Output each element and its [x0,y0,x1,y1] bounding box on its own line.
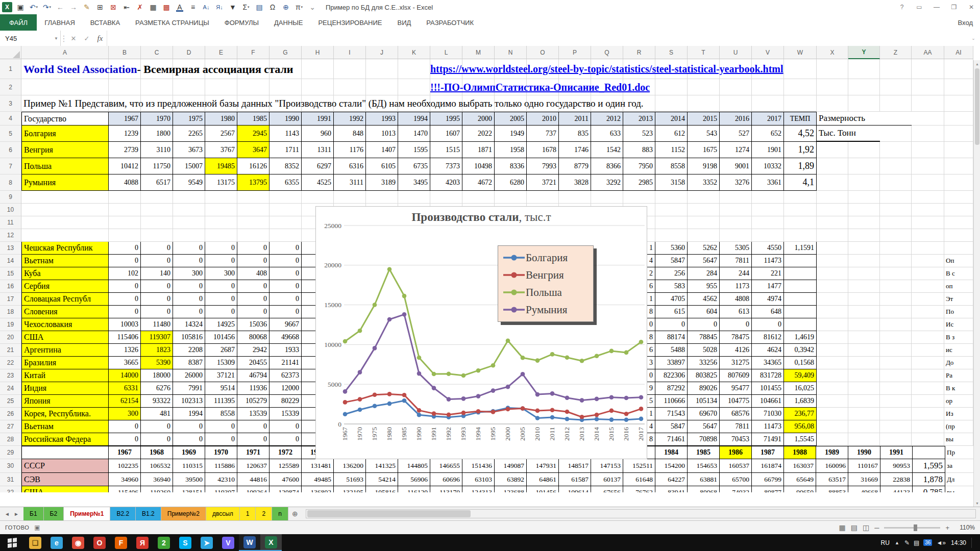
zoom-in-icon[interactable]: + [945,524,949,532]
cell-W2[interactable] [784,79,817,95]
value-cell[interactable]: 10412 [109,158,141,174]
normal-view-icon[interactable]: ▦ [839,523,845,532]
cell[interactable] [848,174,880,191]
cell-T10[interactable] [688,204,720,216]
sheet-tab-В1.2[interactable]: В1.2 [136,507,161,520]
cell-AI4[interactable] [944,112,973,126]
year-header-1991[interactable]: 1991 [302,112,334,126]
value-cell[interactable]: 1823 [141,344,173,357]
cell[interactable] [817,395,848,408]
row-header-7[interactable]: 7 [0,158,21,174]
cell[interactable] [912,267,944,280]
data-point[interactable] [387,392,392,396]
value-cell[interactable]: 0 [270,306,302,318]
taskbar-opera-icon[interactable]: O [89,534,110,551]
value-cell[interactable]: 6331 [109,382,141,395]
data-point[interactable] [565,417,570,421]
value-cell[interactable]: 14000 [109,369,141,382]
value-cell[interactable]: 119260 [141,486,173,492]
ribbon-tab-вид[interactable]: ВИД [389,14,419,31]
column-header-S[interactable]: S [655,46,688,59]
column-header-A[interactable]: A [21,46,109,59]
taskbar-clock[interactable]: 14:30 [951,539,966,546]
data-point[interactable] [521,372,525,377]
temp-value[interactable]: 1,878 [913,473,945,486]
data-point[interactable] [373,393,377,397]
value-cell[interactable]: 0 [109,280,141,293]
cell[interactable] [880,280,912,293]
vertical-scrollbar[interactable]: ▲ ▼ [973,60,980,507]
hyperlink-icon[interactable]: ⊕ [280,1,292,13]
value-cell[interactable]: 8366 [591,158,623,174]
value-cell[interactable]: 1949 [495,126,527,142]
value-cell[interactable]: 807609 [720,369,752,382]
value-cell[interactable]: 0 [109,255,141,267]
value-cell[interactable]: 61587 [559,473,591,486]
country-21[interactable]: Аргентина [21,344,109,357]
delete-table-icon[interactable]: ▩ [160,1,173,13]
scroll-down-icon[interactable]: ▼ [974,499,980,507]
year-header-2017[interactable]: 2017 [752,112,784,126]
value-cell[interactable]: 1477 [752,280,784,293]
data-point[interactable] [417,413,422,417]
value-cell[interactable]: 0 [237,255,270,267]
cell[interactable] [880,158,912,174]
column-header-F[interactable]: F [237,46,270,59]
name-box-dropdown-icon[interactable]: ▼ [54,36,58,41]
cell-A10[interactable] [21,204,109,216]
decrease-indent-icon[interactable]: ⇤ [120,1,133,13]
cell[interactable] [817,433,848,446]
value-cell[interactable]: 119307 [205,486,237,492]
value-cell[interactable]: 113170 [430,486,462,492]
value-cell[interactable]: 3721 [527,174,559,191]
cell-F2[interactable] [237,79,270,95]
cell[interactable] [912,344,944,357]
country-7[interactable]: Польша [21,158,109,174]
value-cell[interactable]: 7950 [623,158,655,174]
start-button[interactable] [0,534,24,551]
column-header-P[interactable]: P [559,46,591,59]
value-cell[interactable]: 4705 [655,293,688,306]
value-cell[interactable]: 835 [559,126,591,142]
value-cell[interactable]: 4808 [720,293,752,306]
column-header-C[interactable]: C [141,46,173,59]
country-19[interactable]: Чехословакия [21,318,109,331]
cell-E9[interactable] [205,191,237,204]
value-cell[interactable]: 34960 [109,473,141,486]
vertical-scrollbar-thumb[interactable] [975,68,979,145]
value-cell[interactable]: 65700 [720,473,752,486]
year-header-2015[interactable]: 2015 [688,112,720,126]
value-cell[interactable]: 1176 [334,142,366,158]
value-cell[interactable]: 4088 [109,174,141,191]
taskbar-yandex-browser-icon[interactable]: Я [132,534,153,551]
value-cell[interactable]: 21141 [270,357,302,369]
data-point[interactable] [387,317,392,322]
year-header-1993[interactable]: 1993 [366,112,398,126]
cell-X2[interactable] [817,79,848,95]
help-button[interactable]: ? [893,0,911,14]
value-cell[interactable]: 11480 [141,318,173,331]
tray-volume-icon[interactable]: ◄» [936,539,946,546]
value-cell[interactable]: 51693 [334,473,366,486]
value-cell[interactable]: 80068 [237,331,270,344]
value-cell[interactable]: 9001 [720,158,752,174]
cell[interactable] [880,267,912,280]
temp-value[interactable] [784,293,817,306]
taskbar-viber-icon[interactable]: V [217,534,239,551]
row-header-32[interactable]: 32 [0,486,21,492]
value-cell[interactable]: 89026 [688,382,720,395]
value-cell[interactable]: 62154 [109,395,141,408]
value-cell[interactable]: 9198 [688,158,720,174]
temp-value[interactable]: 0,3942 [784,344,817,357]
row-header-19[interactable]: 19 [0,318,21,331]
value-cell[interactable]: 1958 [495,142,527,158]
cell[interactable] [944,126,973,142]
cell[interactable] [912,408,944,420]
value-cell[interactable]: 4672 [462,174,495,191]
value-cell[interactable]: 161874 [752,459,784,473]
save-icon[interactable]: ▣ [14,1,27,13]
tray-display-icon[interactable]: ▤ [914,539,919,546]
value-cell[interactable]: 0 [205,420,237,433]
value-cell[interactable]: 120874 [270,486,302,492]
year-header-1967[interactable]: 1967 [109,446,141,459]
